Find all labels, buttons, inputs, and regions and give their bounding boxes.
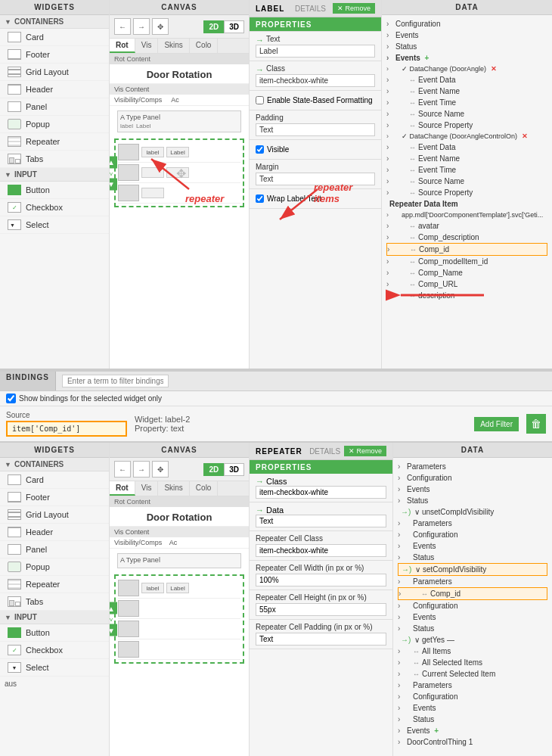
bottom-tree-config-3[interactable]: Configuration [398,600,547,611]
tree-event-data-1[interactable]: ↔Event Data [386,74,547,86]
bottom-undo-button[interactable]: ← [114,461,131,478]
bottom-sidebar-item-select[interactable]: ▼ Select [0,659,109,677]
bottom-tree-status-1[interactable]: Status [398,495,547,506]
bottom-sidebar-item-card[interactable]: Card [0,471,109,489]
bottom-data-input[interactable] [256,515,386,527]
bottom-tree-config-4[interactable]: Configuration [398,691,547,702]
bottom-move-button[interactable]: ✥ [152,461,169,478]
bottom-tree-config-2[interactable]: Configuration [398,529,547,540]
tree-event-name-2[interactable]: ↔Event Name [386,153,547,164]
top-sidebar-item-header[interactable]: Header [0,81,109,98]
bottom-canvas-tab-skins[interactable]: Skins [158,481,189,496]
bottom-tree-params-1[interactable]: Parameters [398,461,547,472]
bottom-tree-all-items[interactable]: ↔All Items [398,646,547,657]
bottom-sidebar-item-checkbox[interactable]: ✓ Checkbox [0,642,109,659]
bottom-tree-all-selected[interactable]: ↔All Selected Items [398,657,547,668]
top-sidebar-item-checkbox[interactable]: ✓ Checkbox [0,199,109,216]
bottom-tree-events-4[interactable]: Events [398,702,547,714]
text-prop-input[interactable] [256,45,375,58]
tree-datachange-control[interactable]: ✓ DataChange (DoorAngleControlOn) ✕ [386,131,547,142]
bottom-tree-status-2[interactable]: Status [398,552,547,563]
bottom-repeater-down[interactable]: ▼ [110,624,117,636]
class-prop-input[interactable] [256,74,375,87]
bottom-sidebar-item-tabs[interactable]: Tabs [0,593,109,611]
bottom-tree-params-2[interactable]: Parameters [398,518,547,529]
bottom-sidebar-item-panel[interactable]: Panel [0,541,109,558]
tree-source-prop-2[interactable]: ↔Source Property [386,187,547,198]
bottom-tree-unset[interactable]: →) ∨ unsetCompIdVisibility [398,506,547,518]
bottom-sidebar-item-footer[interactable]: Footer [0,489,109,506]
tree-source-prop-1[interactable]: ↔Source Property [386,120,547,131]
tree-comp-desc[interactable]: ↔Comp_description [386,232,547,243]
top-input-section[interactable]: ▼ INPUT [0,168,109,182]
bottom-sidebar-item-popup[interactable]: Popup [0,558,109,576]
top-sidebar-item-panel[interactable]: Panel [0,98,109,116]
top-sidebar-item-repeater[interactable]: Repeater [0,133,109,151]
redo-button[interactable]: → [133,18,150,35]
bottom-containers-section[interactable]: ▼ CONTAINERS [0,458,109,471]
bottom-rep-cell-width-input[interactable] [256,574,386,586]
tree-comp-id[interactable]: ↔Comp_id [386,243,547,256]
view-2d-button[interactable]: 2D [203,20,224,33]
bottom-sidebar-item-header[interactable]: Header [0,524,109,541]
wrap-checkbox[interactable] [256,194,264,203]
repeater-up-arrow[interactable]: ▲ [110,156,117,168]
padding-prop-input[interactable] [256,123,375,136]
bottom-repeater-up[interactable]: ▲ [110,602,117,614]
canvas-tab-skins[interactable]: Skins [158,39,189,53]
top-sidebar-item-select[interactable]: ▼ Select [0,216,109,234]
move-button[interactable]: ✥ [152,18,169,35]
bottom-tree-events-3[interactable]: Events [398,611,547,623]
tree-event-time-2[interactable]: ↔Event Time [386,164,547,176]
bottom-canvas-tab-rot[interactable]: Rot [110,481,135,496]
top-sidebar-item-card[interactable]: Card [0,29,109,46]
bottom-tree-config-1[interactable]: Configuration [398,472,547,484]
bottom-tree-getyes[interactable]: →) ∨ getYes — [398,634,547,646]
repeater-down-arrow[interactable]: ▼ [110,178,117,190]
tree-datachange-door[interactable]: ✓ DataChange (DoorAngle) ✕ [386,64,547,74]
bottom-sidebar-item-repeater[interactable]: Repeater [0,576,109,593]
bottom-rep-cell-height-input[interactable] [256,603,386,616]
bottom-class-input[interactable] [256,486,386,499]
bottom-tree-params-4[interactable]: Parameters [398,680,547,691]
bottom-redo-button[interactable]: → [133,461,150,478]
bottom-tree-events-1[interactable]: Events [398,484,547,495]
bottom-tree-params-3[interactable]: Parameters [398,576,547,587]
bottom-tree-events-2[interactable]: Events [398,540,547,552]
bottom-tree-set[interactable]: →) ∨ setCompIdVisibility [398,563,547,576]
bottom-sidebar-item-button[interactable]: Button [0,624,109,642]
view-3d-button[interactable]: 3D [224,20,244,33]
tree-event-time-1[interactable]: ↔Event Time [386,97,547,108]
bottom-rep-cell-class-input[interactable] [256,544,386,557]
tree-svc-item[interactable]: app.mdl['DoorComponentTemplate'].svc['Ge… [386,210,547,220]
bottom-tree-events-plus[interactable]: Events + [398,725,547,736]
tree-events-1[interactable]: Events [386,30,547,41]
bottom-tree-door-control[interactable]: DoorControlThing 1 [398,736,547,748]
top-remove-button[interactable]: ✕ Remove [333,3,375,14]
bottom-tree-status-4[interactable]: Status [398,714,547,725]
tree-event-data-2[interactable]: ↔Event Data [386,142,547,153]
tree-avatar[interactable]: ↔avatar [386,220,547,232]
bottom-tree-current-selected[interactable]: ↔Current Selected Item [398,668,547,680]
tree-comp-name[interactable]: ↔Comp_Name [386,267,547,278]
canvas-tab-rot[interactable]: Rot [110,39,135,53]
top-sidebar-item-tabs[interactable]: Tabs [0,151,109,168]
state-checkbox[interactable] [256,96,264,104]
bottom-tree-comp-id[interactable]: ↔Comp_id [398,587,547,600]
tree-description[interactable]: ↔description [386,290,547,301]
bottom-input-section[interactable]: ▼ INPUT [0,611,109,624]
tree-event-name-1[interactable]: ↔Event Name [386,86,547,97]
top-sidebar-item-grid[interactable]: Grid Layout [0,64,109,81]
canvas-tab-colo[interactable]: Colo [190,39,219,53]
bottom-view-3d-button[interactable]: 3D [224,463,244,476]
tree-source-name-1[interactable]: ↔Source Name [386,108,547,120]
top-sidebar-item-popup[interactable]: Popup [0,116,109,133]
top-delete-button[interactable]: 🗑 [526,414,546,434]
top-add-filter-button[interactable]: Add Filter [474,417,519,431]
bottom-canvas-tab-colo[interactable]: Colo [190,481,219,496]
tree-comp-model[interactable]: ↔Comp_modelItem_id [386,256,547,267]
tree-events-plus[interactable]: Events + [386,52,547,64]
show-bindings-checkbox[interactable] [6,394,16,403]
canvas-tab-vis[interactable]: Vis [135,39,159,53]
undo-button[interactable]: ← [114,18,131,35]
